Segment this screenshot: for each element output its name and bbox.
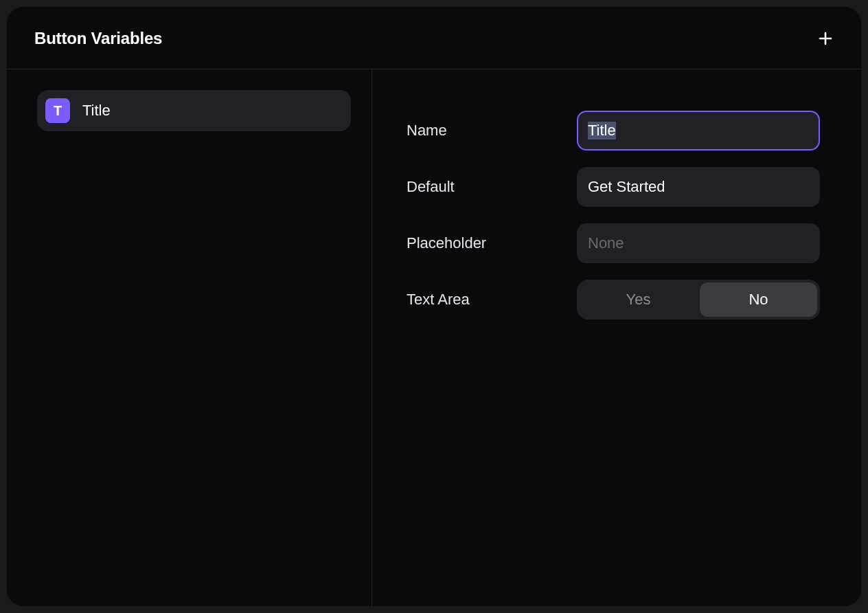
panel-body: T Title Name Title Default Plac — [7, 69, 861, 606]
name-input-selected-text: Title — [588, 122, 616, 140]
textarea-label: Text Area — [407, 291, 577, 309]
default-label: Default — [407, 178, 577, 196]
name-input[interactable]: Title — [577, 111, 820, 151]
variable-item-label: Title — [82, 102, 111, 120]
panel-header: Button Variables — [7, 7, 861, 69]
panel-title: Button Variables — [34, 29, 162, 48]
add-variable-button[interactable] — [814, 27, 836, 49]
textarea-option-no[interactable]: No — [700, 282, 817, 317]
button-variables-panel: Button Variables T Title Name Title — [7, 7, 861, 606]
variable-detail-form: Name Title Default Placeholder — [372, 69, 861, 606]
variables-sidebar: T Title — [7, 69, 372, 606]
form-row-name: Name Title — [407, 111, 820, 151]
form-row-textarea: Text Area Yes No — [407, 280, 820, 320]
variable-list-item-title[interactable]: T Title — [37, 90, 351, 131]
textarea-option-yes[interactable]: Yes — [580, 282, 697, 317]
name-label: Name — [407, 122, 577, 140]
plus-icon — [817, 30, 834, 47]
form-row-default: Default — [407, 167, 820, 207]
textarea-toggle: Yes No — [577, 280, 820, 320]
default-input[interactable] — [577, 167, 820, 207]
text-type-icon: T — [45, 98, 70, 123]
form-row-placeholder: Placeholder — [407, 223, 820, 263]
placeholder-label: Placeholder — [407, 234, 577, 252]
placeholder-input[interactable] — [577, 223, 820, 263]
